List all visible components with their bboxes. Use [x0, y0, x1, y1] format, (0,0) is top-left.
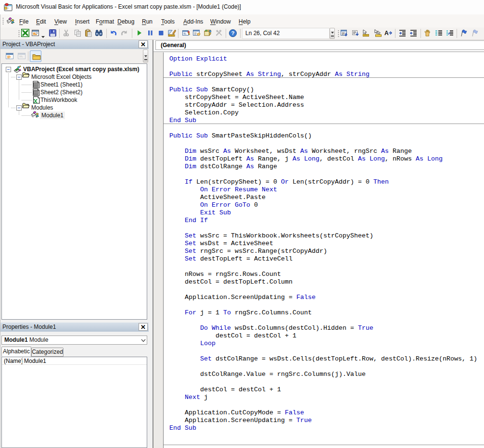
svg-text:?: ? [231, 30, 234, 36]
svg-text:A: A [384, 30, 389, 37]
